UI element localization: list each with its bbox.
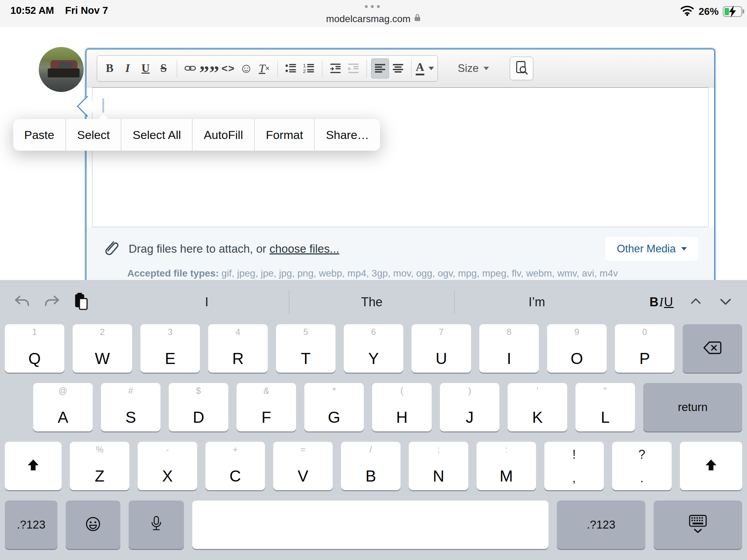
key-z[interactable]: %Z	[70, 442, 129, 490]
attachment-zone[interactable]: Drag files here to attach, or choose fil…	[86, 227, 714, 280]
font-color-button[interactable]: A	[416, 58, 434, 78]
key-d[interactable]: $D	[169, 383, 228, 431]
shift-key[interactable]	[680, 442, 742, 490]
key-a[interactable]: @A	[33, 383, 93, 431]
key-punct-9[interactable]: ?.	[612, 442, 672, 490]
key-v[interactable]: =V	[273, 442, 333, 490]
mic-key[interactable]	[129, 501, 184, 549]
key-hint: #	[101, 386, 160, 396]
key-p[interactable]: 0P	[615, 324, 674, 373]
key-l[interactable]: "L	[575, 383, 635, 431]
dismiss-icon	[687, 514, 709, 535]
battery-icon	[723, 6, 742, 17]
blockquote-icon[interactable]: ””	[199, 58, 219, 78]
preview-button[interactable]	[510, 57, 533, 80]
italic-button[interactable]: I	[119, 58, 137, 78]
emoji-key[interactable]	[66, 501, 120, 549]
key-m[interactable]: :M	[477, 442, 536, 490]
sym-key[interactable]: .?123	[5, 501, 57, 549]
format-shortcut-button[interactable]: BIU	[649, 295, 674, 309]
sym-key[interactable]: .?123	[557, 501, 645, 549]
key-hint: *	[304, 386, 364, 396]
menu-item-share[interactable]: Share…	[315, 119, 380, 151]
key-n[interactable]: ;N	[409, 442, 468, 490]
drag-files-text: Drag files here to attach, or	[129, 242, 266, 255]
key-k[interactable]: 'K	[508, 383, 567, 431]
menu-item-format[interactable]: Format	[255, 119, 314, 151]
return-key[interactable]: return	[643, 383, 742, 431]
key-c[interactable]: +C	[205, 442, 265, 490]
ipad-screen: 10:52 AM Fri Nov 7 ••• modelcarsmag.com …	[0, 0, 747, 560]
prediction-2[interactable]: The	[289, 295, 454, 309]
paste-icon[interactable]	[73, 292, 89, 312]
menu-item-select[interactable]: Select	[66, 119, 121, 151]
key-x[interactable]: -X	[138, 442, 197, 490]
strikethrough-button[interactable]: S	[155, 58, 173, 78]
delete-key[interactable]	[683, 324, 742, 373]
tab-overflow-dots[interactable]: •••	[0, 1, 747, 12]
chevron-up-icon[interactable]	[689, 295, 703, 310]
menu-item-select-all[interactable]: Select All	[121, 119, 192, 151]
battery-percent: 26%	[699, 6, 719, 17]
menu-item-paste[interactable]: Paste	[13, 119, 65, 151]
chevron-down-icon[interactable]	[718, 294, 733, 310]
key-t[interactable]: 5T	[276, 324, 335, 373]
key-h[interactable]: (H	[372, 383, 432, 431]
post-text-area[interactable]	[92, 87, 709, 227]
underline-button[interactable]: U	[137, 58, 155, 78]
align-center-icon[interactable]	[389, 58, 407, 78]
bullet-list-icon[interactable]	[282, 58, 300, 78]
key-r[interactable]: 4R	[208, 324, 268, 373]
key-label-top: ?	[612, 447, 672, 462]
key-label-top: !	[544, 447, 604, 462]
avatar[interactable]	[39, 47, 84, 92]
key-u[interactable]: 7U	[412, 324, 471, 373]
key-j[interactable]: )J	[440, 383, 499, 431]
redo-icon[interactable]	[43, 293, 62, 311]
key-label: X	[138, 467, 197, 485]
emoji-icon[interactable]: ☺	[237, 58, 255, 78]
key-w[interactable]: 2W	[73, 324, 132, 373]
align-left-icon[interactable]	[371, 58, 389, 78]
key-hint: 4	[208, 327, 268, 337]
key-punct-8[interactable]: !,	[544, 442, 604, 490]
link-icon[interactable]	[181, 58, 199, 78]
key-i[interactable]: 8I	[479, 324, 539, 373]
address-domain[interactable]: modelcarsmag.com	[326, 13, 411, 25]
undo-icon[interactable]	[12, 293, 31, 311]
prediction-1[interactable]: I	[124, 295, 289, 309]
code-icon[interactable]: <>	[219, 58, 237, 78]
prediction-3[interactable]: I’m	[455, 295, 619, 309]
key-y[interactable]: 6Y	[344, 324, 403, 373]
key-b[interactable]: /B	[341, 442, 400, 490]
key-label: Z	[70, 467, 129, 485]
key-label: L	[575, 408, 635, 427]
key-e[interactable]: 3E	[140, 324, 200, 373]
remove-format-icon[interactable]: T×	[255, 58, 273, 78]
key-label: J	[440, 408, 499, 427]
key-label: P	[615, 349, 674, 368]
post-editor[interactable]: B I U S ”” <> ☺ T×	[85, 48, 715, 280]
key-o[interactable]: 9O	[547, 324, 607, 373]
bold-button[interactable]: B	[101, 58, 119, 78]
key-s[interactable]: #S	[101, 383, 160, 431]
key-label: C	[205, 467, 265, 485]
key-f[interactable]: &F	[237, 383, 296, 431]
key-hint: '	[508, 386, 567, 396]
other-media-button[interactable]: Other Media	[605, 236, 699, 262]
key-hint: 0	[615, 327, 674, 337]
key-label: A	[33, 408, 93, 427]
indent-icon[interactable]	[326, 58, 344, 78]
shift-key[interactable]	[5, 442, 62, 490]
space-key[interactable]	[192, 501, 548, 549]
choose-files-link[interactable]: choose files...	[269, 242, 339, 255]
key-g[interactable]: *G	[304, 383, 364, 431]
menu-item-autofill[interactable]: AutoFill	[193, 119, 254, 151]
numbered-list-icon[interactable]: 12	[300, 58, 318, 78]
dismiss-key[interactable]	[654, 501, 742, 549]
key-hint: 8	[479, 327, 539, 337]
key-q[interactable]: 1Q	[5, 324, 64, 373]
outdent-icon[interactable]	[344, 58, 362, 78]
font-size-dropdown[interactable]: Size	[458, 62, 489, 75]
shift-icon	[703, 457, 719, 475]
